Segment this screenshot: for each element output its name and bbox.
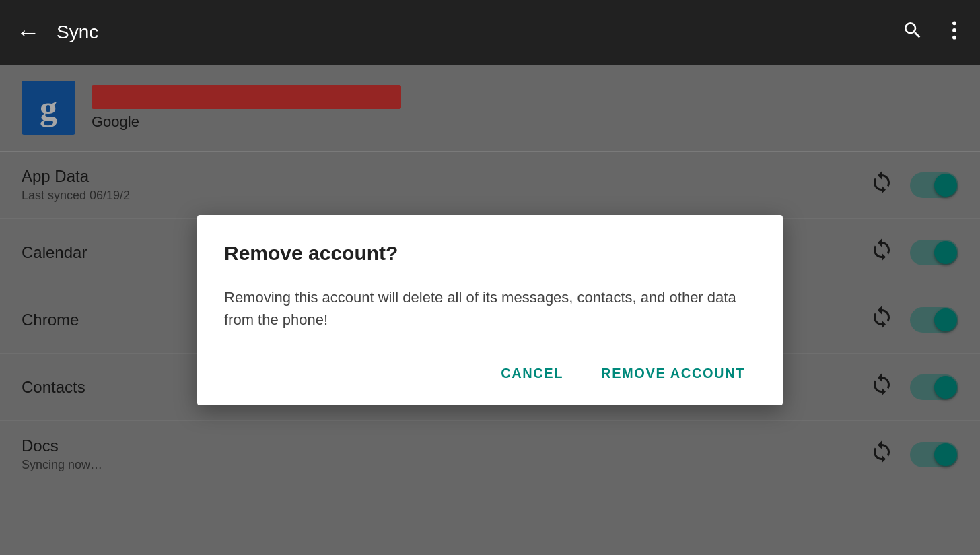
dialog-overlay: Remove account? Removing this account wi…: [0, 65, 980, 555]
search-icon[interactable]: [902, 20, 923, 46]
app-bar: ← Sync: [0, 0, 980, 65]
content-area: g Google App Data Last synced 06/19/2: [0, 65, 980, 555]
page-title: Sync: [57, 22, 902, 43]
dialog-actions: CANCEL REMOVE ACCOUNT: [224, 358, 756, 389]
remove-account-button[interactable]: REMOVE ACCOUNT: [590, 358, 756, 389]
back-button[interactable]: ←: [16, 20, 40, 44]
svg-point-0: [952, 21, 956, 25]
svg-point-1: [952, 28, 956, 32]
more-options-icon[interactable]: [945, 20, 964, 46]
app-bar-actions: [902, 20, 964, 46]
cancel-button[interactable]: CANCEL: [490, 358, 574, 389]
dialog-title: Remove account?: [224, 242, 756, 265]
svg-point-2: [952, 35, 956, 39]
dialog-message: Removing this account will delete all of…: [224, 286, 756, 331]
remove-account-dialog: Remove account? Removing this account wi…: [197, 215, 783, 405]
